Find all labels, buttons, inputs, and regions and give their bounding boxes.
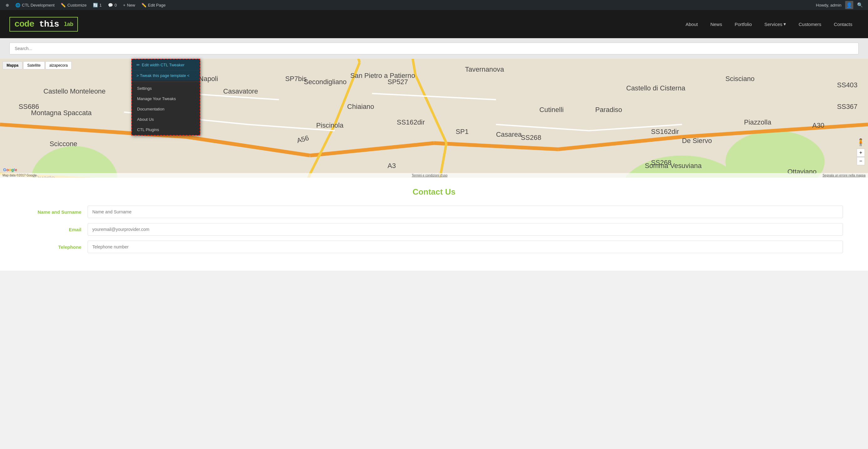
contact-title: Contact Us — [25, 187, 843, 197]
contact-section: Contact Us Name and Surname Email Teleph… — [0, 178, 868, 271]
logo-box[interactable]: code this lab — [9, 17, 78, 32]
svg-text:Somma Vesuviana: Somma Vesuviana — [645, 162, 702, 169]
admin-avatar[interactable]: 👤 — [845, 1, 853, 9]
about-us-label: About Us — [137, 117, 154, 122]
nav-news[interactable]: News — [704, 10, 728, 38]
name-input[interactable] — [88, 205, 843, 218]
site-header: code this lab About News Portfolio Servi… — [0, 10, 868, 38]
map-data-label: Map data ©2017 Google — [2, 174, 37, 177]
map-zoom-controls: + − — [857, 149, 865, 165]
svg-text:De Siervo: De Siervo — [682, 137, 712, 145]
customize-label: Customize — [67, 3, 86, 7]
svg-text:SS162dir: SS162dir — [651, 128, 679, 135]
admin-bar-items: ⊕ 🌐 CTL Development ✏️ Customize 🔄 1 💬 0… — [2, 0, 813, 10]
map-error-label[interactable]: Segnala un errore nella mappa — [823, 174, 866, 177]
edit-width-item[interactable]: ✏ Edit width CTL Tweaker — [132, 59, 199, 70]
zoom-in-button[interactable]: + — [857, 149, 865, 157]
telephone-input[interactable] — [88, 240, 843, 253]
svg-text:SS367: SS367 — [837, 103, 857, 110]
svg-text:Montagna Spaccata: Montagna Spaccata — [31, 109, 92, 117]
manage-tweaks-label: Manage Your Tweaks — [137, 96, 176, 101]
manage-tweaks-item[interactable]: Manage Your Tweaks — [132, 94, 199, 104]
nav-portfolio[interactable]: Portfolio — [728, 10, 758, 38]
edit-width-label: Edit width CTL Tweaker — [142, 63, 185, 67]
search-input[interactable] — [9, 42, 859, 55]
edit-icon: ✏️ — [142, 3, 147, 7]
svg-text:Casavatore: Casavatore — [223, 87, 258, 95]
name-label: Name and Surname — [25, 209, 88, 215]
documentation-item[interactable]: Documentation — [132, 104, 199, 114]
svg-text:Castello Monteleone: Castello Monteleone — [43, 87, 106, 95]
telephone-label: Telephone — [25, 244, 88, 250]
search-bar — [0, 38, 868, 59]
svg-text:A3: A3 — [388, 162, 396, 169]
customize-item[interactable]: ✏️ Customize — [58, 0, 90, 10]
wp-logo-item[interactable]: ⊕ — [2, 0, 12, 10]
nav-contacts[interactable]: Contacts — [828, 10, 859, 38]
admin-bar: ⊕ 🌐 CTL Development ✏️ Customize 🔄 1 💬 0… — [0, 0, 868, 10]
comments-item[interactable]: 💬 0 — [105, 0, 120, 10]
dropdown-menu: ✏ Edit width CTL Tweaker > Tweak this pa… — [131, 59, 200, 135]
ctl-plugins-label: CTL Plugins — [137, 127, 159, 132]
zoom-out-button[interactable]: − — [857, 157, 865, 165]
svg-text:San Pietro a Patierno: San Pietro a Patierno — [350, 72, 415, 79]
logo-this: this — [34, 20, 59, 29]
edit-page-item[interactable]: ✏️ Edit Page — [138, 0, 169, 10]
pencil-icon: ✏ — [136, 63, 140, 67]
map-pegman[interactable]: 🧍 — [857, 138, 865, 147]
comments-count: 0 — [115, 3, 117, 7]
map-footer: Map data ©2017 Google Termini e condizio… — [0, 173, 868, 178]
howdy-text: Howdy, admin — [813, 3, 844, 7]
map-area: Mappa Satellite alzapecora — [0, 59, 868, 178]
email-input[interactable] — [88, 223, 843, 235]
logo-area: code this lab — [9, 17, 97, 32]
telephone-row: Telephone — [25, 240, 843, 253]
customize-icon: ✏️ — [61, 3, 66, 7]
ctl-plugins-item[interactable]: CTL Plugins — [132, 125, 199, 135]
svg-text:Castello di Cisterna: Castello di Cisterna — [626, 84, 686, 92]
settings-label: Settings — [137, 86, 152, 91]
globe-icon: 🌐 — [16, 3, 20, 7]
revisions-item[interactable]: 🔄 1 — [90, 0, 105, 10]
revisions-icon: 🔄 — [93, 3, 98, 7]
nav-customers[interactable]: Customers — [792, 10, 828, 38]
map-controls: Mappa Satellite alzapecora — [2, 61, 72, 69]
map-tab-alzapecora[interactable]: alzapecora — [45, 61, 72, 69]
settings-item[interactable]: Settings — [132, 83, 199, 94]
svg-text:Piscinola: Piscinola — [316, 121, 344, 129]
logo-code: code — [14, 20, 34, 29]
comments-icon: 💬 — [108, 3, 113, 7]
site-name-item[interactable]: 🌐 CTL Development — [12, 0, 58, 10]
svg-text:Cutinelli: Cutinelli — [539, 106, 563, 114]
google-logo: Google — [3, 167, 17, 172]
map-svg: A56 A3 SP1 SS162dir SS268 SP7bis SP527 S… — [0, 59, 868, 178]
svg-text:Paradiso: Paradiso — [595, 106, 622, 114]
about-us-item[interactable]: About Us — [132, 114, 199, 125]
svg-text:Chiaiano: Chiaiano — [347, 103, 374, 110]
map-tab-mappa[interactable]: Mappa — [2, 61, 23, 69]
admin-search-icon[interactable]: 🔍 — [855, 2, 866, 8]
nav-services[interactable]: Services ▾ — [758, 10, 793, 38]
svg-text:SS403: SS403 — [837, 81, 857, 89]
map-terms-label[interactable]: Termini e condizioni d'uso — [412, 174, 447, 177]
new-label: New — [127, 3, 135, 7]
svg-text:Casarea: Casarea — [496, 130, 522, 138]
svg-text:SS162dir: SS162dir — [397, 118, 425, 126]
dropdown-divider-1 — [132, 82, 199, 82]
email-row: Email — [25, 223, 843, 235]
tweak-page-item[interactable]: > Tweak this page template < — [132, 70, 199, 81]
nav-about[interactable]: About — [679, 10, 704, 38]
name-row: Name and Surname — [25, 205, 843, 218]
documentation-label: Documentation — [137, 107, 164, 111]
svg-text:SP1: SP1 — [456, 128, 468, 135]
logo-lab: lab — [64, 21, 73, 27]
svg-text:Piazzolla: Piazzolla — [744, 118, 772, 126]
map-tab-satellite[interactable]: Satellite — [23, 61, 45, 69]
services-chevron-icon: ▾ — [783, 21, 786, 27]
logo-text: code this lab — [14, 20, 73, 29]
main-nav: About News Portfolio Services ▾ Customer… — [97, 10, 859, 38]
admin-bar-right: Howdy, admin 👤 🔍 — [813, 1, 866, 9]
wp-icon: ⊕ — [6, 3, 9, 7]
new-item[interactable]: + New — [120, 0, 138, 10]
svg-text:Secondigliano: Secondigliano — [304, 78, 347, 86]
